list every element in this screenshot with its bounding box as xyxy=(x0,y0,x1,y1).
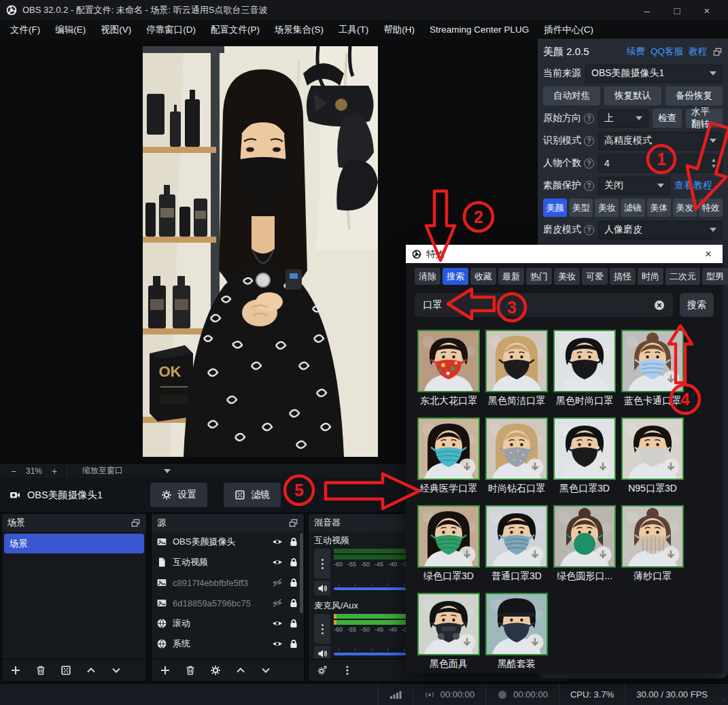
effect-category-tab-8[interactable]: 时尚 xyxy=(638,268,663,285)
eye-icon[interactable] xyxy=(272,638,283,649)
lock-icon[interactable] xyxy=(288,557,299,568)
effect-thumbnail[interactable] xyxy=(485,417,548,480)
add-source-button[interactable] xyxy=(160,665,171,676)
source-row-0[interactable]: OBS美颜摄像头 xyxy=(152,532,304,552)
beauty-tab-4[interactable]: 美体 xyxy=(647,199,671,217)
effect-category-tab-4[interactable]: 热门 xyxy=(526,268,552,285)
view-tutorial-link[interactable]: 查看教程 xyxy=(674,179,712,192)
effect-thumbnail[interactable] xyxy=(621,505,684,568)
source-properties-button[interactable] xyxy=(210,665,221,676)
dialog-close-button[interactable]: × xyxy=(700,247,716,261)
scene-item-0[interactable]: 场景 xyxy=(4,534,144,553)
autofocus-button[interactable]: 自动对焦 xyxy=(543,86,600,105)
effect-item-11[interactable]: 薄纱口罩 xyxy=(619,505,687,583)
beauty-tab-1[interactable]: 美型 xyxy=(569,199,593,217)
source-row-2[interactable]: c8917f4ebbfbfe5ff3 xyxy=(152,572,304,593)
move-source-up-button[interactable] xyxy=(235,665,246,676)
beauty-tab-0[interactable]: 美颜 xyxy=(543,199,567,217)
lock-icon[interactable] xyxy=(288,598,299,608)
effect-category-tab-10[interactable]: 型男 xyxy=(702,268,728,285)
protect-select[interactable]: 关闭 xyxy=(598,177,670,195)
eye-off-icon[interactable] xyxy=(272,598,283,608)
flip-horizontal-button[interactable]: 水平翻转 xyxy=(686,109,723,128)
tutorial-top-link[interactable]: 教程 xyxy=(689,46,707,58)
effect-category-tab-6[interactable]: 可爱 xyxy=(582,268,608,285)
effect-item-2[interactable]: 黑色时尚口罩 xyxy=(551,330,619,407)
move-scene-down-button[interactable] xyxy=(111,665,122,676)
effect-thumbnail[interactable] xyxy=(621,417,684,480)
lock-icon[interactable] xyxy=(288,577,299,588)
orientation-select[interactable]: 上 xyxy=(598,109,648,128)
effect-item-13[interactable]: 黑酷套装 xyxy=(483,593,551,670)
effect-category-tab-9[interactable]: 二次元 xyxy=(665,268,700,285)
filters-button[interactable]: 滤镜 xyxy=(224,483,281,507)
smooth-mode-select[interactable]: 人像磨皮 xyxy=(598,221,723,239)
people-count-stepper[interactable]: 4 ▲▼ xyxy=(598,154,723,173)
resize-grip[interactable]: ∷ xyxy=(722,697,727,704)
effect-category-tab-0[interactable]: 清除 xyxy=(415,268,440,285)
source-row-1[interactable]: 互动视频 xyxy=(152,552,304,572)
source-select[interactable]: OBS美颜摄像头1 xyxy=(585,65,723,83)
kebab-menu-icon[interactable] xyxy=(314,549,330,579)
lock-icon[interactable] xyxy=(288,536,299,547)
menu-item-0[interactable]: 文件(F) xyxy=(3,20,48,39)
mode-select[interactable]: 高精度模式 xyxy=(598,132,723,150)
kebab-menu-icon[interactable] xyxy=(314,614,330,644)
effect-item-5[interactable]: 时尚钻石口罩 xyxy=(483,417,551,495)
effect-search-input[interactable]: 口罩 xyxy=(415,293,673,317)
lock-icon[interactable] xyxy=(288,638,299,649)
beauty-tab-6[interactable]: 特效 xyxy=(699,199,723,217)
menu-item-7[interactable]: 帮助(H) xyxy=(376,20,422,39)
effect-thumbnail[interactable] xyxy=(553,505,616,568)
minimize-button[interactable]: – xyxy=(632,0,662,20)
popup-icon[interactable] xyxy=(712,47,723,57)
source-row-5[interactable]: 系统 xyxy=(152,634,304,654)
close-button[interactable]: × xyxy=(692,0,722,20)
move-scene-up-button[interactable] xyxy=(86,665,97,676)
effect-item-0[interactable]: 东北大花口罩 xyxy=(415,330,483,407)
effect-thumbnail[interactable] xyxy=(485,330,548,392)
add-scene-button[interactable] xyxy=(10,665,21,676)
zoom-fit-select[interactable]: 缩放至窗口 xyxy=(74,465,171,477)
popup-icon[interactable] xyxy=(131,518,141,528)
effect-thumbnail[interactable] xyxy=(485,505,548,568)
eye-icon[interactable] xyxy=(272,557,283,568)
effect-thumbnail[interactable] xyxy=(621,330,684,392)
effect-thumbnail[interactable] xyxy=(417,593,480,655)
effect-item-7[interactable]: N95口罩3D xyxy=(619,417,687,495)
qq-support-link[interactable]: QQ客服 xyxy=(651,46,683,58)
maximize-button[interactable]: □ xyxy=(662,0,692,20)
menu-item-8[interactable]: Streaming Center PLUG xyxy=(422,20,536,39)
effect-category-tab-5[interactable]: 美妆 xyxy=(554,268,580,285)
search-button[interactable]: 搜索 xyxy=(680,293,714,317)
effect-item-12[interactable]: 黑色面具 xyxy=(415,593,483,670)
eye-off-icon[interactable] xyxy=(272,577,283,588)
clear-search-icon[interactable] xyxy=(654,300,665,311)
beauty-tab-5[interactable]: 美发 xyxy=(673,199,697,217)
advanced-audio-button[interactable] xyxy=(317,665,328,676)
eye-icon[interactable] xyxy=(272,618,283,629)
effect-category-tab-3[interactable]: 最新 xyxy=(498,268,524,285)
menu-item-3[interactable]: 停靠窗口(D) xyxy=(139,20,203,39)
menu-item-4[interactable]: 配置文件(P) xyxy=(203,20,267,39)
effect-category-tab-1[interactable]: 搜索 xyxy=(443,268,468,285)
source-row-4[interactable]: 滚动 xyxy=(152,613,304,634)
effect-item-4[interactable]: 经典医学口罩 xyxy=(415,417,483,495)
check-button[interactable]: 检查 xyxy=(653,109,682,128)
mixer-menu-button[interactable] xyxy=(342,665,353,676)
effect-thumbnail[interactable] xyxy=(553,417,616,480)
backup-restore-button[interactable]: 备份恢复 xyxy=(665,86,723,105)
effect-category-tab-2[interactable]: 收藏 xyxy=(470,268,496,285)
menu-item-5[interactable]: 场景集合(S) xyxy=(267,20,331,39)
remove-scene-button[interactable] xyxy=(35,665,46,676)
effect-thumbnail[interactable] xyxy=(417,330,480,392)
zoom-in-button[interactable]: + xyxy=(49,466,60,477)
effect-thumbnail[interactable] xyxy=(417,417,480,480)
effect-thumbnail[interactable] xyxy=(417,505,480,568)
zoom-out-button[interactable]: − xyxy=(8,466,19,477)
beauty-tab-3[interactable]: 滤镜 xyxy=(621,199,644,217)
effect-item-10[interactable]: 绿色圆形口... xyxy=(551,505,619,583)
lock-icon[interactable] xyxy=(288,618,299,629)
effect-item-9[interactable]: 普通口罩3D xyxy=(483,505,551,583)
effect-item-3[interactable]: 蓝色卡通口罩 xyxy=(619,330,687,407)
